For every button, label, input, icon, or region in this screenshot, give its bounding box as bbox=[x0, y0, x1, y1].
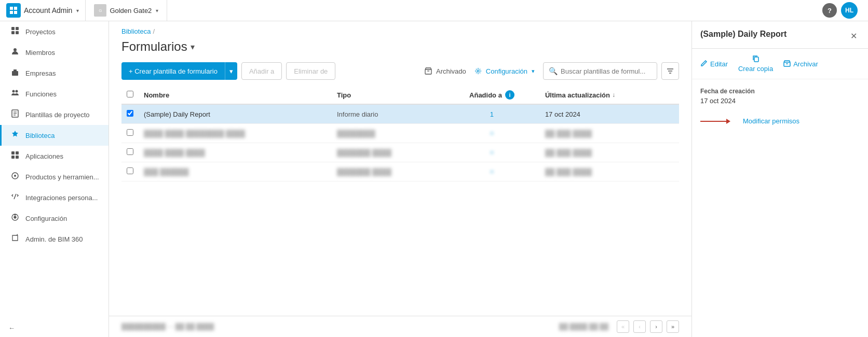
svg-rect-2 bbox=[10, 11, 13, 14]
collapse-icon: ← bbox=[8, 324, 15, 332]
row-nombre-3: ████ ████ ████ bbox=[139, 143, 332, 162]
arrow-head bbox=[726, 119, 730, 124]
search-input[interactable] bbox=[561, 67, 652, 75]
svg-rect-3 bbox=[14, 11, 17, 14]
breadcrumb-library-link[interactable]: Biblioteca bbox=[121, 27, 151, 35]
row-anadido-3: • bbox=[444, 143, 540, 162]
page-first-button[interactable]: « bbox=[617, 320, 629, 333]
copy-button[interactable]: Crear copia bbox=[738, 55, 773, 73]
row-checkbox-2[interactable] bbox=[127, 129, 133, 136]
row-tipo-4: ███████ ████ bbox=[332, 162, 444, 181]
panel-close-button[interactable]: ✕ bbox=[847, 30, 860, 42]
remove-from-button[interactable]: Eliminar de bbox=[286, 62, 335, 80]
settings-inline-label: Configuración bbox=[486, 67, 527, 75]
settings-inline-button[interactable]: Configuración ▾ bbox=[474, 67, 535, 75]
integraciones-icon bbox=[10, 192, 20, 203]
table-container: Nombre Tipo Añadido a i bbox=[109, 86, 691, 316]
modify-permissions-label: Modificar permisos bbox=[743, 117, 799, 125]
page-title-dropdown-icon[interactable]: ▾ bbox=[191, 42, 195, 52]
add-to-button[interactable]: Añadir a bbox=[241, 62, 282, 80]
row-checkbox-3[interactable] bbox=[127, 148, 133, 155]
table-row[interactable]: ████ ████ ████████ ████ ████████ • ██ ██… bbox=[121, 124, 679, 143]
miembros-label: Miembros bbox=[25, 49, 55, 57]
archived-inline-button[interactable]: Archivado bbox=[425, 67, 466, 75]
filter-button[interactable] bbox=[661, 62, 679, 80]
sidebar-item-aplicaciones[interactable]: Aplicaciones bbox=[0, 146, 108, 166]
search-icon: 🔍 bbox=[549, 67, 558, 75]
svg-point-22 bbox=[14, 175, 16, 177]
user-avatar[interactable]: HL bbox=[841, 2, 858, 19]
svg-rect-4 bbox=[11, 27, 15, 30]
svg-rect-5 bbox=[16, 27, 19, 30]
header-right: ? HL bbox=[822, 2, 862, 19]
archive-button[interactable]: Archivar bbox=[783, 60, 818, 68]
funciones-label: Funciones bbox=[25, 90, 57, 98]
row-nombre-2: ████ ████ ████████ ████ bbox=[139, 124, 332, 143]
table-row[interactable]: (Sample) Daily Report Informe diario 1 1… bbox=[121, 104, 679, 124]
sidebar-item-productos[interactable]: Productos y herramien... bbox=[0, 166, 108, 187]
svg-point-8 bbox=[13, 48, 17, 51]
row-checkbox-4[interactable] bbox=[127, 167, 133, 174]
sidebar-item-biblioteca[interactable]: Biblioteca bbox=[0, 125, 108, 146]
create-template-dropdown[interactable]: ▾ bbox=[225, 62, 237, 80]
page-title: Formularios bbox=[121, 39, 187, 54]
creation-date-value: 17 oct 2024 bbox=[700, 97, 860, 105]
row-nombre-1: (Sample) Daily Report bbox=[139, 104, 332, 124]
table-row[interactable]: ████ ████ ████ ███████ ████ • ██ ███ ███… bbox=[121, 143, 679, 162]
col-ultima-act: Última actualización ↓ bbox=[540, 86, 679, 104]
project-selector[interactable]: G Golden Gate2 ▾ bbox=[86, 0, 167, 21]
integraciones-label: Integraciones persona... bbox=[25, 194, 98, 202]
sidebar-item-miembros[interactable]: Miembros bbox=[0, 42, 108, 63]
top-header: Account Admin ▾ G Golden Gate2 ▾ ? HL bbox=[0, 0, 868, 21]
sidebar-item-proyectos[interactable]: Proyectos bbox=[0, 21, 108, 42]
col-anadido: Añadido a i bbox=[444, 86, 540, 104]
close-icon: ✕ bbox=[850, 31, 857, 41]
account-admin-chevron: ▾ bbox=[76, 8, 79, 13]
sidebar-item-funciones[interactable]: Funciones bbox=[0, 83, 108, 104]
panel-header: (Sample) Daily Report ✕ bbox=[692, 21, 868, 49]
footer-pagination: ██ ████ ██ ██ « ‹ › » bbox=[559, 320, 679, 333]
page-next-button[interactable]: › bbox=[650, 320, 662, 333]
sidebar-item-admin-bim[interactable]: Admin. de BIM 360 bbox=[0, 229, 108, 249]
create-template-main[interactable]: + Crear plantilla de formulario bbox=[121, 62, 225, 80]
svg-rect-6 bbox=[11, 31, 15, 34]
help-button[interactable]: ? bbox=[822, 3, 837, 18]
settings-inline-chevron: ▾ bbox=[532, 68, 535, 75]
sidebar-item-empresas[interactable]: Empresas bbox=[0, 63, 108, 83]
row-ultima-1: 17 oct 2024 bbox=[540, 104, 679, 124]
content-area: Biblioteca / Formularios ▾ + Crear plant… bbox=[109, 21, 868, 337]
empresas-icon bbox=[10, 68, 20, 78]
row-anadido-2: • bbox=[444, 124, 540, 143]
sidebar-item-integraciones[interactable]: Integraciones persona... bbox=[0, 187, 108, 208]
productos-icon bbox=[10, 172, 20, 182]
sort-icon[interactable]: ↓ bbox=[612, 91, 615, 99]
row-checkbox-1[interactable] bbox=[127, 110, 133, 117]
panel-body: Fecha de creación 17 oct 2024 Modificar … bbox=[692, 79, 868, 337]
sidebar-item-plantillas[interactable]: Plantillas de proyecto bbox=[0, 104, 108, 125]
breadcrumb-separator: / bbox=[153, 27, 155, 35]
filter-icon bbox=[667, 67, 674, 75]
account-admin-selector[interactable]: Account Admin ▾ bbox=[6, 0, 86, 21]
page-prev-button[interactable]: ‹ bbox=[633, 320, 646, 333]
col-tipo: Tipo bbox=[332, 86, 444, 104]
create-template-button[interactable]: + Crear plantilla de formulario ▾ bbox=[121, 62, 237, 80]
proyectos-icon bbox=[10, 26, 20, 37]
row-nombre-4: ███ ██████ bbox=[139, 162, 332, 181]
row-tipo-2: ████████ bbox=[332, 124, 444, 143]
page-last-button[interactable]: » bbox=[667, 320, 679, 333]
create-dropdown-arrow: ▾ bbox=[229, 67, 233, 75]
archived-inline-icon bbox=[425, 67, 432, 75]
footer-count: ██ ████ ██ ██ bbox=[559, 323, 608, 330]
modify-permissions-row: Modificar permisos bbox=[700, 117, 860, 125]
svg-rect-18 bbox=[16, 151, 19, 155]
row-tipo-3: ███████ ████ bbox=[332, 143, 444, 162]
copy-label: Crear copia bbox=[738, 65, 773, 73]
table-row[interactable]: ███ ██████ ███████ ████ • ██ ███ ████ bbox=[121, 162, 679, 181]
edit-button[interactable]: Editar bbox=[700, 60, 728, 68]
select-all-checkbox[interactable] bbox=[127, 91, 133, 97]
modify-permissions-button[interactable]: Modificar permisos bbox=[735, 117, 808, 125]
sidebar-collapse-button[interactable]: ← bbox=[0, 319, 108, 337]
anadido-info-icon[interactable]: i bbox=[505, 90, 514, 100]
sidebar-item-configuracion[interactable]: Configuración bbox=[0, 208, 108, 229]
creation-date-field: Fecha de creación 17 oct 2024 bbox=[700, 88, 860, 105]
